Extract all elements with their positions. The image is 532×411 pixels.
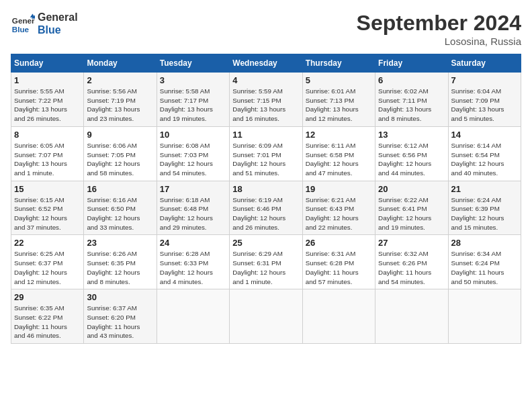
calendar-header: SundayMondayTuesdayWednesdayThursdayFrid… [11,54,521,73]
day-info: Sunrise: 6:34 AM Sunset: 6:24 PM Dayligh… [451,249,518,286]
day-cell [448,289,521,344]
day-cell: 22Sunrise: 6:25 AM Sunset: 6:37 PM Dayli… [11,235,84,289]
day-cell [375,289,448,344]
day-info: Sunrise: 6:09 AM Sunset: 7:01 PM Dayligh… [232,141,299,178]
day-cell: 5Sunrise: 6:01 AM Sunset: 7:13 PM Daylig… [302,73,375,127]
day-info: Sunrise: 6:06 AM Sunset: 7:05 PM Dayligh… [87,141,153,178]
week-row-5: 29Sunrise: 6:35 AM Sunset: 6:22 PM Dayli… [11,289,521,344]
day-cell: 19Sunrise: 6:21 AM Sunset: 6:43 PM Dayli… [302,181,375,235]
day-info: Sunrise: 6:02 AM Sunset: 7:11 PM Dayligh… [378,87,445,124]
col-header-thursday: Thursday [302,54,375,73]
day-cell: 18Sunrise: 6:19 AM Sunset: 6:46 PM Dayli… [230,181,302,235]
day-cell [302,289,375,344]
day-info: Sunrise: 5:59 AM Sunset: 7:15 PM Dayligh… [232,87,299,124]
day-number: 19 [306,184,372,194]
day-info: Sunrise: 6:11 AM Sunset: 6:58 PM Dayligh… [306,141,372,178]
day-info: Sunrise: 6:26 AM Sunset: 6:35 PM Dayligh… [87,249,153,286]
day-cell: 14Sunrise: 6:14 AM Sunset: 6:54 PM Dayli… [448,126,521,181]
day-number: 3 [160,75,226,85]
title-block: September 2024 Lososina, Russia [357,11,521,47]
day-cell: 1Sunrise: 5:55 AM Sunset: 7:22 PM Daylig… [11,73,84,127]
logo-icon: General Blue [11,11,35,36]
day-cell [230,289,302,344]
day-info: Sunrise: 6:24 AM Sunset: 6:39 PM Dayligh… [451,195,518,232]
day-info: Sunrise: 6:05 AM Sunset: 7:07 PM Dayligh… [14,141,81,178]
page-header: General Blue General Blue September 2024… [11,11,521,47]
day-cell: 24Sunrise: 6:28 AM Sunset: 6:33 PM Dayli… [157,235,229,289]
day-number: 26 [306,238,372,248]
day-info: Sunrise: 6:19 AM Sunset: 6:46 PM Dayligh… [232,195,299,232]
day-number: 11 [232,130,299,140]
day-number: 21 [451,184,518,194]
day-info: Sunrise: 6:04 AM Sunset: 7:09 PM Dayligh… [451,87,518,124]
week-row-3: 15Sunrise: 6:15 AM Sunset: 6:52 PM Dayli… [11,181,521,235]
day-info: Sunrise: 6:28 AM Sunset: 6:33 PM Dayligh… [160,249,226,286]
day-cell: 28Sunrise: 6:34 AM Sunset: 6:24 PM Dayli… [448,235,521,289]
day-cell: 6Sunrise: 6:02 AM Sunset: 7:11 PM Daylig… [375,73,448,127]
day-info: Sunrise: 6:25 AM Sunset: 6:37 PM Dayligh… [14,249,81,286]
day-info: Sunrise: 6:01 AM Sunset: 7:13 PM Dayligh… [306,87,372,124]
calendar-table: SundayMondayTuesdayWednesdayThursdayFrid… [11,54,521,344]
day-cell: 29Sunrise: 6:35 AM Sunset: 6:22 PM Dayli… [11,289,84,344]
day-info: Sunrise: 6:32 AM Sunset: 6:26 PM Dayligh… [378,249,445,286]
day-number: 16 [87,184,153,194]
day-number: 23 [87,238,153,248]
day-info: Sunrise: 6:22 AM Sunset: 6:41 PM Dayligh… [378,195,445,232]
day-number: 30 [87,292,153,302]
day-cell: 11Sunrise: 6:09 AM Sunset: 7:01 PM Dayli… [230,126,302,181]
logo-blue: Blue [38,24,78,36]
day-cell: 13Sunrise: 6:12 AM Sunset: 6:56 PM Dayli… [375,126,448,181]
day-number: 14 [451,130,518,140]
day-info: Sunrise: 6:16 AM Sunset: 6:50 PM Dayligh… [87,195,153,232]
day-number: 15 [14,184,81,194]
day-info: Sunrise: 6:37 AM Sunset: 6:20 PM Dayligh… [87,304,153,340]
col-header-sunday: Sunday [11,54,84,73]
day-cell: 17Sunrise: 6:18 AM Sunset: 6:48 PM Dayli… [157,181,229,235]
svg-text:Blue: Blue [12,25,30,34]
day-number: 8 [14,130,81,140]
day-cell: 16Sunrise: 6:16 AM Sunset: 6:50 PM Dayli… [84,181,157,235]
day-number: 6 [378,75,445,85]
logo: General Blue General Blue [11,11,78,36]
month-title: September 2024 [357,11,521,36]
day-info: Sunrise: 5:58 AM Sunset: 7:17 PM Dayligh… [160,87,226,124]
col-header-wednesday: Wednesday [230,54,302,73]
week-row-1: 1Sunrise: 5:55 AM Sunset: 7:22 PM Daylig… [11,73,521,127]
day-number: 9 [87,130,153,140]
col-header-monday: Monday [84,54,157,73]
day-number: 25 [232,238,299,248]
day-info: Sunrise: 6:31 AM Sunset: 6:28 PM Dayligh… [306,249,372,286]
day-info: Sunrise: 6:08 AM Sunset: 7:03 PM Dayligh… [160,141,226,178]
day-info: Sunrise: 6:18 AM Sunset: 6:48 PM Dayligh… [160,195,226,232]
day-number: 20 [378,184,445,194]
day-number: 13 [378,130,445,140]
day-info: Sunrise: 6:21 AM Sunset: 6:43 PM Dayligh… [306,195,372,232]
day-cell: 23Sunrise: 6:26 AM Sunset: 6:35 PM Dayli… [84,235,157,289]
day-number: 28 [451,238,518,248]
day-number: 17 [160,184,226,194]
col-header-tuesday: Tuesday [157,54,229,73]
day-cell: 2Sunrise: 5:56 AM Sunset: 7:19 PM Daylig… [84,73,157,127]
day-cell: 8Sunrise: 6:05 AM Sunset: 7:07 PM Daylig… [11,126,84,181]
day-cell: 10Sunrise: 6:08 AM Sunset: 7:03 PM Dayli… [157,126,229,181]
day-number: 7 [451,75,518,85]
col-header-saturday: Saturday [448,54,521,73]
day-cell: 25Sunrise: 6:29 AM Sunset: 6:31 PM Dayli… [230,235,302,289]
day-cell: 21Sunrise: 6:24 AM Sunset: 6:39 PM Dayli… [448,181,521,235]
col-header-friday: Friday [375,54,448,73]
week-row-2: 8Sunrise: 6:05 AM Sunset: 7:07 PM Daylig… [11,126,521,181]
logo-general: General [38,11,78,24]
day-info: Sunrise: 5:55 AM Sunset: 7:22 PM Dayligh… [14,87,81,124]
day-cell: 20Sunrise: 6:22 AM Sunset: 6:41 PM Dayli… [375,181,448,235]
day-cell: 15Sunrise: 6:15 AM Sunset: 6:52 PM Dayli… [11,181,84,235]
day-number: 22 [14,238,81,248]
day-cell: 4Sunrise: 5:59 AM Sunset: 7:15 PM Daylig… [230,73,302,127]
location: Lososina, Russia [357,36,521,47]
day-cell: 30Sunrise: 6:37 AM Sunset: 6:20 PM Dayli… [84,289,157,344]
day-number: 12 [306,130,372,140]
day-info: Sunrise: 6:12 AM Sunset: 6:56 PM Dayligh… [378,141,445,178]
day-cell: 7Sunrise: 6:04 AM Sunset: 7:09 PM Daylig… [448,73,521,127]
day-cell: 12Sunrise: 6:11 AM Sunset: 6:58 PM Dayli… [302,126,375,181]
day-number: 4 [232,75,299,85]
day-number: 10 [160,130,226,140]
